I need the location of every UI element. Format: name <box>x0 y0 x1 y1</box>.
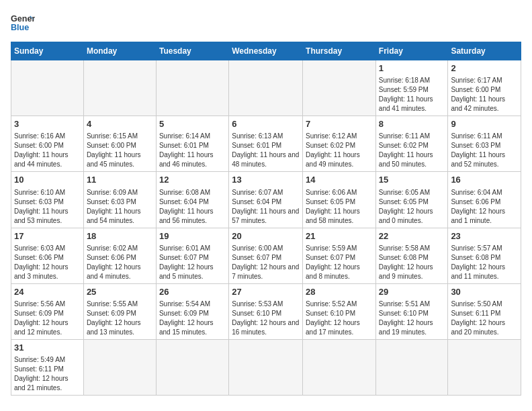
day-header-thursday: Thursday <box>303 42 376 60</box>
calendar-cell: 12Sunrise: 6:08 AM Sunset: 6:04 PM Dayli… <box>156 172 228 228</box>
day-number: 7 <box>306 118 373 130</box>
svg-text:Blue: Blue <box>11 23 29 32</box>
calendar-cell <box>11 60 84 116</box>
calendar-cell: 5Sunrise: 6:14 AM Sunset: 6:01 PM Daylig… <box>156 116 228 172</box>
day-info: Sunrise: 5:49 AM Sunset: 6:11 PM Dayligh… <box>14 355 81 393</box>
calendar-cell: 27Sunrise: 5:53 AM Sunset: 6:10 PM Dayli… <box>229 283 303 339</box>
day-info: Sunrise: 6:05 AM Sunset: 6:05 PM Dayligh… <box>379 188 445 226</box>
calendar-cell: 3Sunrise: 6:16 AM Sunset: 6:00 PM Daylig… <box>11 116 84 172</box>
day-info: Sunrise: 5:56 AM Sunset: 6:09 PM Dayligh… <box>14 300 81 337</box>
day-number: 25 <box>87 286 153 298</box>
day-info: Sunrise: 6:13 AM Sunset: 6:01 PM Dayligh… <box>232 132 300 169</box>
calendar-cell: 31Sunrise: 5:49 AM Sunset: 6:11 PM Dayli… <box>11 339 84 395</box>
logo-icon: General Blue <box>11 11 35 35</box>
calendar-week-0: 1Sunrise: 6:18 AM Sunset: 5:59 PM Daylig… <box>11 60 521 116</box>
calendar-cell: 8Sunrise: 6:11 AM Sunset: 6:02 PM Daylig… <box>375 116 448 172</box>
day-info: Sunrise: 5:59 AM Sunset: 6:07 PM Dayligh… <box>306 244 373 281</box>
calendar-cell: 30Sunrise: 5:50 AM Sunset: 6:11 PM Dayli… <box>448 283 521 339</box>
day-number: 17 <box>14 230 81 242</box>
day-info: Sunrise: 6:02 AM Sunset: 6:06 PM Dayligh… <box>87 244 153 281</box>
day-info: Sunrise: 6:16 AM Sunset: 6:00 PM Dayligh… <box>14 132 81 169</box>
calendar-cell: 22Sunrise: 5:58 AM Sunset: 6:08 PM Dayli… <box>375 228 448 283</box>
day-info: Sunrise: 5:58 AM Sunset: 6:08 PM Dayligh… <box>379 244 445 281</box>
day-number: 21 <box>306 230 373 242</box>
day-number: 14 <box>306 174 373 186</box>
day-header-saturday: Saturday <box>448 42 521 60</box>
day-number: 3 <box>14 118 81 130</box>
day-info: Sunrise: 5:55 AM Sunset: 6:09 PM Dayligh… <box>87 300 153 337</box>
day-number: 5 <box>159 118 226 130</box>
day-number: 11 <box>87 174 153 186</box>
day-info: Sunrise: 6:09 AM Sunset: 6:03 PM Dayligh… <box>87 188 153 226</box>
day-number: 12 <box>159 174 226 186</box>
calendar-cell <box>375 339 448 395</box>
day-info: Sunrise: 6:04 AM Sunset: 6:06 PM Dayligh… <box>451 188 518 226</box>
calendar-cell: 4Sunrise: 6:15 AM Sunset: 6:00 PM Daylig… <box>83 116 156 172</box>
calendar-week-5: 31Sunrise: 5:49 AM Sunset: 6:11 PM Dayli… <box>11 339 521 395</box>
day-info: Sunrise: 5:54 AM Sunset: 6:09 PM Dayligh… <box>159 300 226 337</box>
day-info: Sunrise: 5:57 AM Sunset: 6:08 PM Dayligh… <box>451 244 518 281</box>
day-number: 27 <box>232 286 300 298</box>
day-number: 6 <box>232 118 300 130</box>
day-number: 19 <box>159 230 226 242</box>
page-header: General Blue <box>11 11 521 35</box>
calendar-cell: 17Sunrise: 6:03 AM Sunset: 6:06 PM Dayli… <box>11 228 84 283</box>
day-info: Sunrise: 6:08 AM Sunset: 6:04 PM Dayligh… <box>159 188 226 226</box>
day-number: 18 <box>87 230 153 242</box>
calendar-cell <box>83 339 156 395</box>
day-number: 13 <box>232 174 300 186</box>
day-number: 28 <box>306 286 373 298</box>
day-number: 4 <box>87 118 153 130</box>
day-info: Sunrise: 6:10 AM Sunset: 6:03 PM Dayligh… <box>14 188 81 226</box>
day-header-tuesday: Tuesday <box>156 42 228 60</box>
day-info: Sunrise: 6:15 AM Sunset: 6:00 PM Dayligh… <box>87 132 153 169</box>
day-info: Sunrise: 6:12 AM Sunset: 6:02 PM Dayligh… <box>306 132 373 169</box>
day-info: Sunrise: 6:18 AM Sunset: 5:59 PM Dayligh… <box>379 76 445 113</box>
calendar-cell: 28Sunrise: 5:52 AM Sunset: 6:10 PM Dayli… <box>303 283 376 339</box>
day-number: 20 <box>232 230 300 242</box>
day-header-friday: Friday <box>375 42 448 60</box>
calendar-body: 1Sunrise: 6:18 AM Sunset: 5:59 PM Daylig… <box>11 60 521 396</box>
calendar-cell: 9Sunrise: 6:11 AM Sunset: 6:03 PM Daylig… <box>448 116 521 172</box>
day-header-monday: Monday <box>83 42 156 60</box>
day-info: Sunrise: 6:06 AM Sunset: 6:05 PM Dayligh… <box>306 188 373 226</box>
calendar-week-1: 3Sunrise: 6:16 AM Sunset: 6:00 PM Daylig… <box>11 116 521 172</box>
day-info: Sunrise: 6:00 AM Sunset: 6:07 PM Dayligh… <box>232 244 300 281</box>
day-number: 16 <box>451 174 518 186</box>
calendar-cell: 13Sunrise: 6:07 AM Sunset: 6:04 PM Dayli… <box>229 172 303 228</box>
day-number: 8 <box>379 118 445 130</box>
calendar-cell: 25Sunrise: 5:55 AM Sunset: 6:09 PM Dayli… <box>83 283 156 339</box>
calendar-header-row: SundayMondayTuesdayWednesdayThursdayFrid… <box>11 42 521 60</box>
day-info: Sunrise: 5:53 AM Sunset: 6:10 PM Dayligh… <box>232 300 300 337</box>
day-info: Sunrise: 6:17 AM Sunset: 6:00 PM Dayligh… <box>451 76 518 113</box>
day-number: 15 <box>379 174 445 186</box>
calendar-cell: 16Sunrise: 6:04 AM Sunset: 6:06 PM Dayli… <box>448 172 521 228</box>
day-number: 9 <box>451 118 518 130</box>
day-info: Sunrise: 5:50 AM Sunset: 6:11 PM Dayligh… <box>451 300 518 337</box>
day-info: Sunrise: 5:52 AM Sunset: 6:10 PM Dayligh… <box>306 300 373 337</box>
calendar-cell: 11Sunrise: 6:09 AM Sunset: 6:03 PM Dayli… <box>83 172 156 228</box>
logo: General Blue <box>11 11 35 35</box>
calendar-cell: 20Sunrise: 6:00 AM Sunset: 6:07 PM Dayli… <box>229 228 303 283</box>
day-header-wednesday: Wednesday <box>229 42 303 60</box>
day-number: 22 <box>379 230 445 242</box>
day-header-sunday: Sunday <box>11 42 84 60</box>
calendar-week-4: 24Sunrise: 5:56 AM Sunset: 6:09 PM Dayli… <box>11 283 521 339</box>
calendar-cell: 2Sunrise: 6:17 AM Sunset: 6:00 PM Daylig… <box>448 60 521 116</box>
day-info: Sunrise: 6:14 AM Sunset: 6:01 PM Dayligh… <box>159 132 226 169</box>
day-number: 2 <box>451 62 518 75</box>
day-number: 29 <box>379 286 445 298</box>
calendar-cell <box>156 60 228 116</box>
calendar-cell: 21Sunrise: 5:59 AM Sunset: 6:07 PM Dayli… <box>303 228 376 283</box>
day-info: Sunrise: 6:01 AM Sunset: 6:07 PM Dayligh… <box>159 244 226 281</box>
calendar-cell <box>229 339 303 395</box>
calendar-table: SundayMondayTuesdayWednesdayThursdayFrid… <box>11 42 521 396</box>
day-number: 26 <box>159 286 226 298</box>
calendar-cell: 23Sunrise: 5:57 AM Sunset: 6:08 PM Dayli… <box>448 228 521 283</box>
calendar-cell: 10Sunrise: 6:10 AM Sunset: 6:03 PM Dayli… <box>11 172 84 228</box>
calendar-week-2: 10Sunrise: 6:10 AM Sunset: 6:03 PM Dayli… <box>11 172 521 228</box>
day-number: 24 <box>14 286 81 298</box>
calendar-cell: 1Sunrise: 6:18 AM Sunset: 5:59 PM Daylig… <box>375 60 448 116</box>
calendar-cell: 14Sunrise: 6:06 AM Sunset: 6:05 PM Dayli… <box>303 172 376 228</box>
day-number: 23 <box>451 230 518 242</box>
